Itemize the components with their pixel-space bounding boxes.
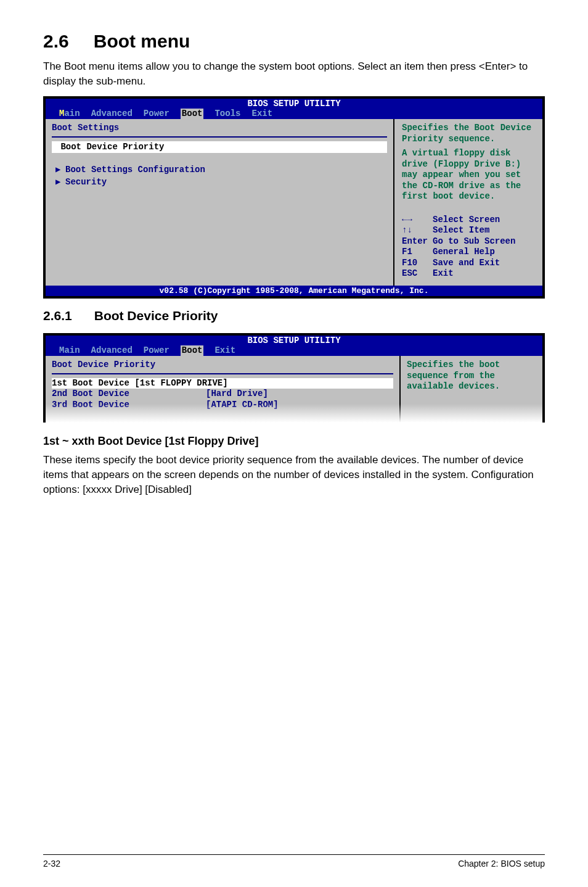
key-lr-icon: ←→ xyxy=(402,215,433,226)
tab-power-2: Power xyxy=(144,345,169,356)
bios-left-pane-2: Boot Device Priority 1st Boot Device [1s… xyxy=(46,356,401,423)
section-number: 2.6 xyxy=(43,31,69,51)
row-3rd-boot-device: 3rd Boot Device [ATAPI CD-ROM] xyxy=(52,400,393,411)
key-f1-label: General Help xyxy=(433,247,495,257)
bios-right-pane: Specifies the Boot Device Priority seque… xyxy=(394,119,542,286)
subsection-heading: 2.6.1Boot Device Priority xyxy=(43,308,545,323)
bios-screenshot-boot-settings: BIOS SETUP UTILITY Main Advanced Power B… xyxy=(43,96,545,299)
key-f10-label: Save and Exit xyxy=(433,258,500,268)
divider xyxy=(52,136,387,138)
bios-body: Boot Settings Boot Device Priority ▶Boot… xyxy=(46,119,542,286)
3rd-boot-device-value: [ATAPI CD-ROM] xyxy=(206,400,279,411)
arrow-icon: ▶ xyxy=(55,165,65,176)
item-boot-settings-config: ▶Boot Settings Configuration xyxy=(52,164,387,176)
subsection-number: 2.6.1 xyxy=(43,308,72,323)
bios-header-2: BIOS SETUP UTILITY Main Advanced Power B… xyxy=(46,336,542,357)
detail-body: These items specify the boot device prio… xyxy=(43,453,545,497)
tab-exit-2: Exit xyxy=(214,345,235,356)
1st-boot-device-label: 1st Boot Device xyxy=(52,378,129,388)
key-f10: F10 xyxy=(402,258,433,269)
key-lr-label: Select Screen xyxy=(433,215,500,225)
bios-header: BIOS SETUP UTILITY Main Advanced Power B… xyxy=(46,99,542,120)
item-boot-device-priority: Boot Device Priority xyxy=(52,141,387,154)
key-esc-label: Exit xyxy=(433,268,454,278)
section-heading: 2.6Boot menu xyxy=(43,31,545,52)
key-esc: ESC xyxy=(402,268,433,279)
bios-footer: v02.58 (C)Copyright 1985-2008, American … xyxy=(46,286,542,296)
tab-boot-2: Boot xyxy=(181,345,204,356)
key-enter-label: Go to Sub Screen xyxy=(433,236,515,246)
bios-title: BIOS SETUP UTILITY xyxy=(46,99,542,109)
key-enter: Enter xyxy=(402,236,433,247)
2nd-boot-device-value: [Hard Drive] xyxy=(206,389,268,400)
help-text-secondary: A virtual floppy disk drive (Floppy Driv… xyxy=(402,148,535,202)
tab-main: Main xyxy=(59,109,80,119)
tab-boot: Boot xyxy=(181,109,204,119)
key-ud-label: Select Item xyxy=(433,225,489,235)
arrow-icon: ▶ xyxy=(55,177,65,188)
tab-power: Power xyxy=(144,109,169,119)
3rd-boot-device-label: 3rd Boot Device xyxy=(52,400,206,411)
1st-boot-device-value: [1st FLOPPY DRIVE] xyxy=(134,378,227,388)
bios-screenshot-boot-priority: BIOS SETUP UTILITY Main Advanced Power B… xyxy=(43,333,545,423)
item-security: ▶Security xyxy=(52,176,387,189)
help-text-2: Specifies the boot sequence from the ava… xyxy=(407,360,536,392)
section-intro: The Boot menu items allow you to change … xyxy=(43,59,545,89)
detail-heading: 1st ~ xxth Boot Device [1st Floppy Drive… xyxy=(43,435,545,448)
divider xyxy=(52,373,393,374)
bios-left-pane: Boot Settings Boot Device Priority ▶Boot… xyxy=(46,119,394,286)
tab-exit: Exit xyxy=(251,109,272,119)
tab-advanced-2: Advanced xyxy=(91,345,133,356)
subsection-title-text: Boot Device Priority xyxy=(94,308,218,323)
help-text-primary: Specifies the Boot Device Priority seque… xyxy=(402,123,535,144)
bios-right-pane-2: Specifies the boot sequence from the ava… xyxy=(401,356,542,423)
boot-device-priority-heading: Boot Device Priority xyxy=(52,360,393,371)
boot-settings-heading: Boot Settings xyxy=(52,123,387,134)
bios-tabs: Main Advanced Power Boot Tools Exit xyxy=(46,109,542,119)
2nd-boot-device-label: 2nd Boot Device xyxy=(52,389,206,400)
tab-main-2: Main xyxy=(59,345,80,356)
row-2nd-boot-device: 2nd Boot Device [Hard Drive] xyxy=(52,389,393,400)
tab-tools: Tools xyxy=(214,109,240,119)
page-number: 2-32 xyxy=(43,859,60,868)
chapter-label: Chapter 2: BIOS setup xyxy=(458,859,545,868)
section-title-text: Boot menu xyxy=(94,31,190,51)
tab-advanced: Advanced xyxy=(91,109,133,119)
bios-body-2: Boot Device Priority 1st Boot Device [1s… xyxy=(46,356,542,423)
help-keys-block: ←→Select Screen ↑↓Select Item EnterGo to… xyxy=(402,215,535,279)
bios-title-2: BIOS SETUP UTILITY xyxy=(46,336,542,346)
key-f1: F1 xyxy=(402,247,433,258)
page-footer: 2-32 Chapter 2: BIOS setup xyxy=(43,854,545,868)
bios-tabs-2: Main Advanced Power Boot Exit xyxy=(46,345,542,356)
row-1st-boot-device: 1st Boot Device [1st FLOPPY DRIVE] xyxy=(52,378,393,389)
key-ud-icon: ↑↓ xyxy=(402,225,433,236)
